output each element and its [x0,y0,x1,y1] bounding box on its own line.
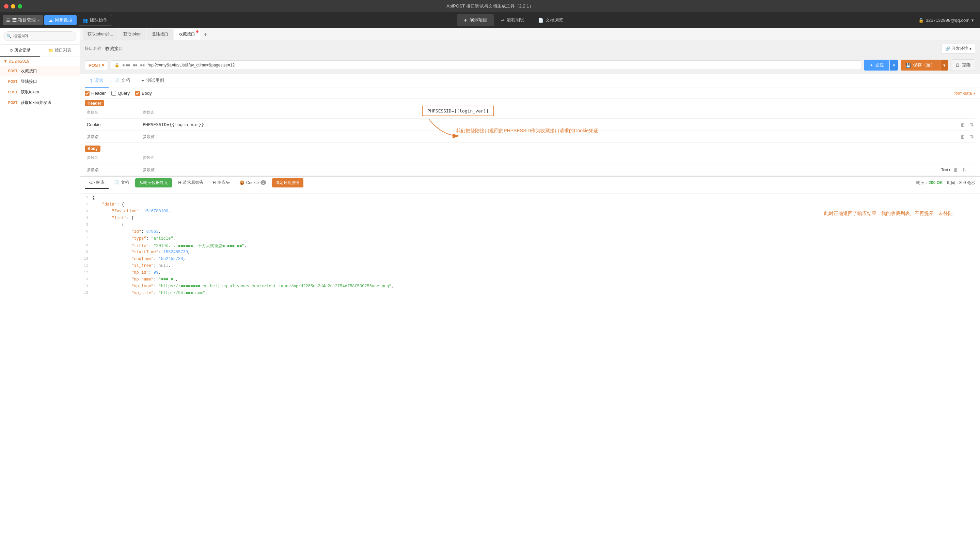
tab-get-token-send[interactable]: 获取token并... [83,29,118,40]
tab-login[interactable]: 登陆接口 [147,29,173,40]
test-cases-tab[interactable]: ✦ 测试用例 [135,74,170,88]
send-button[interactable]: ✈ 发送 [864,60,889,70]
user-account[interactable]: 🔒 3257132998@qq.com ▾ [915,16,977,25]
window-controls [4,4,22,8]
sort-param-button[interactable]: ⇅ [969,133,975,140]
docs-tab[interactable]: 📄 文档 [109,74,135,88]
type-text: Text [941,168,948,172]
project-management-button[interactable]: ☰ ☰ 项目管理 ▾ [3,15,43,25]
url-segment-3: ■■ [140,63,145,67]
cookie-tab-label: Cookie [246,180,259,185]
add-tab-button[interactable]: + [201,30,210,39]
cookie-name-text: Cookie [87,122,100,127]
demo-project-tab[interactable]: ✈ 演示项目 [457,14,494,26]
body-param-value[interactable] [143,168,938,172]
line-content: "data": { [92,202,980,207]
body-name-input[interactable] [87,168,137,172]
header-checkbox-label[interactable]: Header [85,91,106,96]
sync-data-button[interactable]: ☁ 同步数据 [44,15,76,25]
flow-icon: ⇌ [501,18,504,23]
param-name-input[interactable] [87,134,137,139]
sidebar-item-get-token[interactable]: POST 获取token [0,87,80,97]
request-tab[interactable]: ¶ 请求 [85,74,109,88]
tab-label: 收藏接口 [179,31,195,37]
code-line-11: 11 "is_free": null, [80,263,980,270]
line-content: "mp_site": "http://94.■■■.com", [92,291,980,295]
code-view[interactable]: 此时正确返回了响应结果：我的收藏列表。不再提示：未登陆 1 { 2 "data"… [80,193,980,546]
menu-icon: ☰ [6,18,10,23]
response-tab[interactable]: </> 响应 [85,177,109,189]
request-raw-header-tab[interactable]: H 请求原始头 [174,177,207,189]
body-param-name[interactable] [85,166,139,174]
body-col-header-name: 参数名 [85,154,139,161]
list-icon: 📁 [48,48,54,53]
tab-get-token[interactable]: 获取token [118,29,146,40]
close-button[interactable] [4,4,8,8]
header-params-table: 参数名 参数值 Cookie PHPSESSID={{login_var}} 🗑… [80,106,980,143]
project-btn-label: ☰ 项目管理 [12,17,36,23]
line-content: { [92,195,980,200]
delete-cookie-button[interactable]: 🗑 [959,121,966,128]
query-checkbox-label[interactable]: Query [111,91,130,96]
body-checkbox[interactable] [135,91,140,96]
empty-param-value[interactable] [143,134,956,139]
delete-body-button[interactable]: 🗑 [952,166,959,173]
sidebar-item-favorites[interactable]: POST 收藏接口 [0,66,80,77]
delete-param-button[interactable]: 🗑 [959,133,966,140]
env-select-button[interactable]: 🔗 开发环境 ▾ [942,44,975,54]
response-doc-tab[interactable]: 📄 文档 [110,177,133,189]
date-group[interactable]: ▼ 03/24/2019 [0,57,80,66]
clone-button[interactable]: 🗒 克隆 [951,59,975,71]
url-lock-icon: 🔒 [115,63,119,67]
empty-param-name[interactable] [85,133,139,140]
bind-env-tab[interactable]: 绑定环境变量 [272,178,304,187]
doc-icon: 📄 [538,18,544,23]
col-header-name: 参数名 [85,109,139,116]
method-badge-post: POST [7,101,19,105]
sort-body-button[interactable]: ⇅ [961,166,968,173]
line-content: "title": "2019%... ■■■■■■: 十万大奖邀您■ ■■■ ■… [92,243,980,249]
send-icon: ✈ [869,63,873,68]
request-tab-label: 请求 [94,77,103,83]
bind-env-label: 绑定环境变量 [275,180,300,186]
code-line-13: 13 "mp_name": "■■■ ■", [80,277,980,284]
api-tabs: 获取token并... 获取token 登陆接口 收藏接口 + [80,28,980,41]
chevron-down-icon: ▼ [3,59,8,64]
query-checkbox[interactable] [111,91,116,96]
param-value-input[interactable] [143,134,956,139]
api-name-input[interactable] [105,46,938,51]
save-button[interactable]: 💾 保存（至） [900,60,940,70]
team-collaboration-button[interactable]: 👥 团队协作 [78,14,112,26]
sidebar-item-login[interactable]: POST 登陆接口 [0,77,80,87]
user-email: 3257132998@qq.com [926,18,969,23]
response-header-tab[interactable]: H 响应头 [209,177,234,189]
maximize-button[interactable] [18,4,22,8]
docs-browse-tab[interactable]: 📄 文档浏览 [531,14,570,26]
header-checkbox[interactable] [85,91,89,96]
body-checkbox-label[interactable]: Body [135,91,152,96]
search-input[interactable] [3,31,76,41]
code-icon: </> [89,180,95,185]
cookie-row-actions: 🗑 ⇅ [959,121,975,128]
line-content: "endTime": 1552455739, [92,257,980,262]
api-list-tab[interactable]: 📁 接口列表 [40,45,80,57]
minimize-button[interactable] [11,4,15,8]
line-number: 4 [80,216,92,220]
import-from-response-tab[interactable]: 从响应数据导入 [135,178,172,187]
cookie-tab[interactable]: 🍪 Cookie 1 [235,177,270,188]
tab-favorites[interactable]: 收藏接口 [173,29,200,40]
send-dropdown-button[interactable]: ▾ [890,60,898,70]
type-dropdown[interactable]: Text ▾ [941,168,951,172]
history-tab[interactable]: ↺ 历史记录 [0,45,40,57]
form-data-dropdown[interactable]: form-data ▾ [955,91,975,96]
flow-test-tab[interactable]: ⇌ 流程测试 [494,14,531,26]
method-select-button[interactable]: POST ▾ [85,60,108,70]
line-content: "startTime": 1552455739, [92,250,980,255]
response-status: 响应：200 OK 时间：399 毫秒 [916,180,975,186]
sort-cookie-button[interactable]: ⇅ [969,121,975,128]
url-bar: POST ▾ 🔒 ■ ■■ ■■ ■■ *api?c=my&a=favList&… [80,57,980,74]
sidebar-item-get-token-send[interactable]: POST 获取token并发送 [0,97,80,108]
save-dropdown-button[interactable]: ▾ [940,60,948,70]
body-value-input[interactable] [143,168,938,172]
header-col-headers: 参数名 参数值 [85,106,975,119]
